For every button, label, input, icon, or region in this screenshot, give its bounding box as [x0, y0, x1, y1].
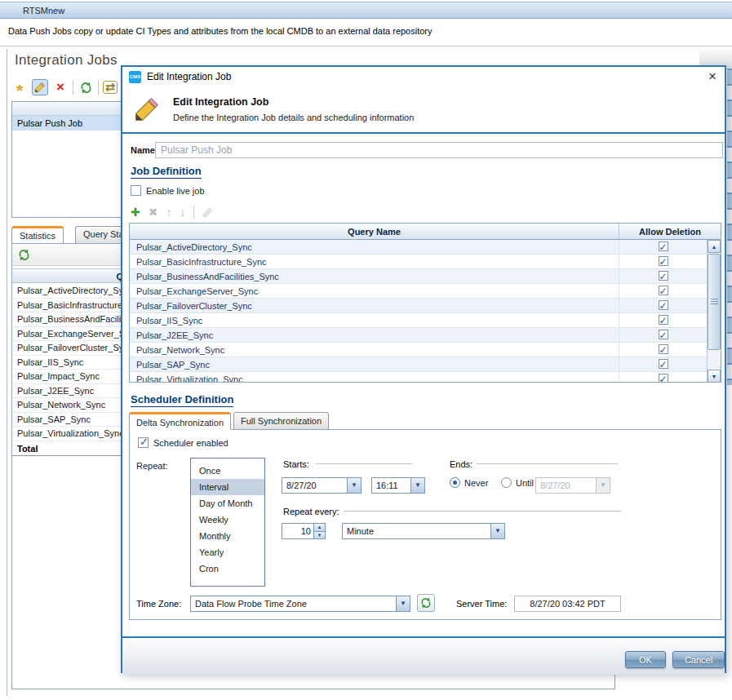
repeat-label: Repeat: — [136, 461, 168, 471]
start-date-dropdown[interactable]: 8/27/20 ▼ — [282, 477, 362, 494]
refresh-jobs-icon[interactable] — [78, 79, 94, 95]
allow-deletion-cell — [619, 328, 707, 342]
never-radio[interactable] — [450, 477, 460, 488]
refresh-statistics-icon[interactable] — [18, 249, 30, 261]
close-icon[interactable]: × — [708, 71, 716, 82]
chevron-down-icon[interactable]: ▼ — [410, 478, 424, 493]
repeat-unit-dropdown[interactable]: Minute ▼ — [342, 523, 505, 539]
allow-deletion-checkbox[interactable] — [659, 271, 668, 281]
repeat-every-value: 10 — [282, 524, 313, 538]
query-row[interactable]: Pulsar_ExchangeServer_Sync — [130, 284, 707, 299]
edit-query-icon[interactable] — [202, 207, 213, 218]
refresh-icon — [420, 597, 432, 609]
stepper-buttons: ▲ ▼ — [313, 524, 325, 538]
query-table-scrollbar[interactable]: ▲ ▼ — [707, 240, 721, 383]
allow-deletion-checkbox[interactable] — [659, 330, 668, 339]
query-row[interactable]: Pulsar_IIS_Sync — [130, 313, 707, 328]
repeat-option[interactable]: Yearly — [191, 544, 264, 560]
tab-statistics[interactable]: Statistics — [11, 226, 64, 243]
pencil-icon — [34, 82, 46, 93]
time-zone-dropdown[interactable]: Data Flow Probe Time Zone ▼ — [190, 596, 410, 612]
allow-deletion-checkbox[interactable] — [659, 256, 668, 266]
allow-deletion-checkbox[interactable] — [659, 315, 668, 325]
scroll-down-icon[interactable]: ▼ — [708, 370, 721, 383]
chevron-down-icon[interactable]: ▼ — [396, 596, 410, 611]
enable-live-job-checkbox[interactable] — [131, 185, 141, 196]
name-field[interactable] — [155, 142, 723, 158]
full-sync-icon[interactable]: ⇄ — [103, 81, 118, 94]
scheduler-enabled-label: Scheduler enabled — [153, 438, 228, 448]
query-row[interactable]: Pulsar_ActiveDirectory_Sync — [130, 240, 707, 255]
start-time-value: 16:11 — [372, 478, 410, 493]
repeat-option[interactable]: Interval — [191, 479, 264, 495]
query-row[interactable]: Pulsar_Network_Sync — [130, 343, 707, 357]
allow-deletion-checkbox[interactable] — [659, 344, 668, 354]
tab-full-synchronization[interactable]: Full Synchronization — [233, 412, 329, 430]
allow-deletion-checkbox[interactable] — [659, 300, 668, 310]
page-description: Data Push Jobs copy or update CI Types a… — [8, 26, 433, 36]
repeat-options-list: Once Interval Day of Month Weekly Monthl… — [190, 458, 265, 587]
cancel-button[interactable]: Cancel — [672, 651, 725, 668]
repeat-every-rule — [344, 511, 621, 512]
ends-label: Ends: — [450, 459, 472, 469]
move-down-icon[interactable]: ↓ — [180, 206, 185, 219]
enable-live-job-label: Enable live job — [146, 186, 205, 196]
stepper-down-icon[interactable]: ▼ — [314, 531, 325, 539]
allow-deletion-column-header: Allow Deletion — [619, 224, 721, 239]
scheduler-enabled-checkbox[interactable] — [138, 437, 149, 448]
query-name-cell: Pulsar_SAP_Sync — [130, 357, 619, 371]
repeat-option[interactable]: Cron — [191, 560, 264, 577]
allow-deletion-checkbox[interactable] — [659, 374, 668, 383]
dialog-titlebar[interactable]: CMS Edit Integration Job × — [122, 67, 725, 86]
allow-deletion-checkbox[interactable] — [659, 286, 668, 295]
server-time-value: 8/27/20 03:42 PDT — [514, 596, 621, 612]
ends-never-option: Never — [450, 477, 488, 488]
start-time-dropdown[interactable]: 16:11 ▼ — [371, 477, 425, 494]
query-name-cell: Pulsar_J2EE_Sync — [130, 328, 619, 342]
add-query-icon[interactable]: ✚ — [131, 206, 140, 219]
remove-query-icon[interactable]: ✖ — [149, 206, 158, 219]
stepper-up-icon[interactable]: ▲ — [314, 524, 325, 531]
query-row[interactable]: Pulsar_Virtualization_Sync — [130, 372, 707, 383]
query-row[interactable]: Pulsar_FailoverCluster_Sync — [130, 299, 707, 313]
job-definition-heading: Job Definition — [131, 165, 202, 179]
move-up-icon[interactable]: ↑ — [166, 206, 171, 219]
until-radio[interactable] — [501, 477, 512, 488]
new-job-icon[interactable]: * — [11, 79, 28, 95]
until-date-dropdown[interactable]: 8/27/20 ▼ — [535, 477, 610, 494]
enable-live-job-row: Enable live job — [131, 185, 205, 196]
edit-job-button[interactable] — [32, 79, 48, 95]
query-row[interactable]: Pulsar_SAP_Sync — [130, 357, 707, 372]
allow-deletion-checkbox[interactable] — [659, 241, 668, 251]
starts-rule — [316, 463, 412, 464]
scheduler-tabs: Delta Synchronization Full Synchronizati… — [129, 412, 331, 430]
query-table-body: Pulsar_ActiveDirectory_Sync Pulsar_Basic… — [130, 240, 707, 383]
query-table: Query Name Allow Deletion Pulsar_ActiveD… — [129, 223, 721, 383]
window-tab-rtsmnew[interactable]: RTSMnew — [0, 2, 732, 19]
tab-delta-synchronization[interactable]: Delta Synchronization — [129, 412, 231, 430]
until-date-value: 8/27/20 — [536, 478, 596, 493]
chevron-down-icon[interactable]: ▼ — [490, 524, 504, 538]
repeat-option[interactable]: Weekly — [191, 512, 264, 528]
edit-pencil-icon — [134, 96, 160, 122]
query-name-cell: Pulsar_FailoverCluster_Sync — [130, 299, 619, 312]
query-row[interactable]: Pulsar_J2EE_Sync — [130, 328, 707, 343]
chevron-down-icon[interactable]: ▼ — [347, 478, 361, 493]
delete-job-icon[interactable]: × — [52, 79, 69, 95]
ok-button[interactable]: OK — [625, 651, 666, 668]
repeat-option[interactable]: Once — [191, 463, 264, 479]
screen: RTSMnew Data Push Jobs copy or update CI… — [0, 0, 732, 700]
query-name-cell: Pulsar_IIS_Sync — [130, 313, 619, 327]
query-name-cell: Pulsar_BasicInfrastructure_Sync — [130, 255, 619, 268]
repeat-option[interactable]: Day of Month — [191, 495, 264, 512]
allow-deletion-cell — [619, 299, 707, 312]
scroll-up-icon[interactable]: ▲ — [708, 240, 721, 253]
allow-deletion-checkbox[interactable] — [659, 359, 668, 369]
scrollbar-thumb[interactable] — [708, 254, 721, 350]
server-time-label: Server Time: — [456, 599, 507, 609]
query-row[interactable]: Pulsar_BusinessAndFacilities_Sync — [130, 269, 707, 284]
repeat-every-stepper[interactable]: 10 ▲ ▼ — [282, 523, 326, 539]
refresh-time-button[interactable] — [417, 594, 435, 612]
query-row[interactable]: Pulsar_BasicInfrastructure_Sync — [130, 255, 707, 269]
repeat-option[interactable]: Monthly — [191, 528, 264, 544]
